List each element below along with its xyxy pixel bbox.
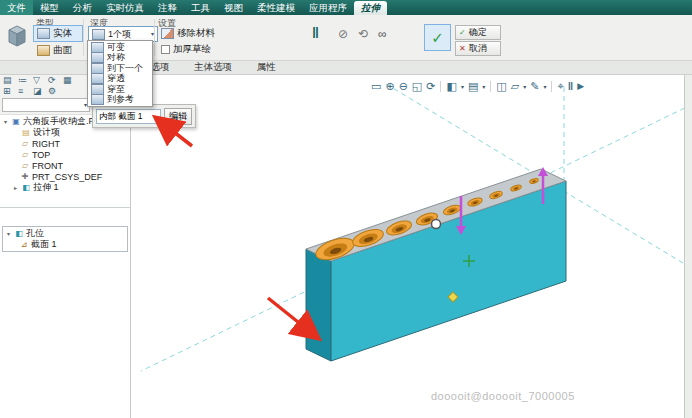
expand-arrow[interactable]: ▸: [12, 184, 19, 191]
active-feature-group: ▾ ◧ 孔位 ⊿ 截面 1: [2, 226, 128, 252]
refit-icon[interactable]: ◱: [412, 79, 422, 94]
depth-option-to-reference[interactable]: 到参考: [88, 95, 152, 106]
tree-label: 拉伸 1: [33, 181, 59, 194]
tree-row-design-items[interactable]: ▤ 设计项: [0, 127, 130, 138]
section-icon[interactable]: ◪: [33, 86, 42, 96]
tree-label: TOP: [32, 150, 50, 160]
tab-file[interactable]: 文件: [0, 0, 33, 15]
expand-all-icon[interactable]: ⊞: [3, 86, 11, 96]
scene-svg: [131, 74, 685, 418]
remove-material-icon: [161, 28, 174, 39]
sketch-icon: ⊿: [19, 240, 29, 249]
tab-properties[interactable]: 属性: [246, 60, 286, 74]
datum-display-icon[interactable]: ▱: [511, 79, 519, 94]
tree-filter-field[interactable]: ▾: [2, 98, 90, 112]
toolbar-separator: [490, 81, 491, 92]
part-icon: ▣: [11, 117, 21, 126]
tree-view-icon[interactable]: ▤: [3, 75, 12, 85]
spin-center-icon[interactable]: ⌖: [557, 79, 563, 94]
layers-icon[interactable]: ≔: [18, 75, 27, 85]
depth-symmetric-icon: [91, 52, 104, 63]
check-icon: ✓: [431, 29, 444, 47]
gear-icon[interactable]: ⚙: [48, 86, 56, 96]
expand-arrow[interactable]: ▾: [2, 118, 9, 125]
chevron-down-icon[interactable]: ▾: [523, 84, 526, 90]
list-icon[interactable]: ≡: [18, 86, 23, 96]
tree-row-extrude-1[interactable]: ▸ ◧ 拉伸 1: [0, 182, 130, 193]
cancel-button[interactable]: ✕ 取消: [455, 41, 501, 56]
surface-label: 曲面: [53, 44, 72, 57]
thicken-sketch-button[interactable]: 加厚草绘: [157, 41, 227, 58]
preview-refresh-button[interactable]: ⟲: [358, 27, 368, 41]
repaint-icon[interactable]: ⟳: [426, 79, 435, 94]
model-tree: ▾ ▣ 六角扳手收纳盒.PRT ▤ 设计项 ▱ RIGHT ▱ TOP ▱ FR…: [0, 116, 130, 418]
verify-glasses-button[interactable]: ∞: [378, 27, 387, 41]
depth-through-all-icon: [91, 73, 104, 84]
ok-button[interactable]: ✓ 确定: [455, 25, 501, 40]
chevron-down-icon[interactable]: ▾: [461, 84, 464, 90]
depth-variable-icon: [91, 42, 104, 53]
expand-arrow[interactable]: ▾: [5, 230, 12, 237]
tab-view[interactable]: 视图: [217, 0, 250, 15]
group-separator: [83, 19, 84, 56]
no-preview-button[interactable]: ⊘: [338, 27, 348, 41]
watermark-text: dooooit@dooooit_7000005: [431, 390, 575, 402]
surface-button[interactable]: 曲面: [33, 42, 83, 59]
remove-material-button[interactable]: 移除材料: [157, 25, 227, 42]
tab-body-options[interactable]: 主体选项: [184, 60, 242, 74]
placement-panel: 内部 截面 1 编辑: [92, 104, 196, 128]
cross-icon: ✕: [459, 44, 466, 53]
tab-model[interactable]: 模型: [33, 0, 66, 15]
extruded-block[interactable]: [306, 169, 566, 361]
white-drag-dot[interactable]: [432, 220, 441, 229]
columns-icon[interactable]: ▦: [63, 75, 72, 85]
tree-row-hole-feature[interactable]: ▾ ◧ 孔位: [3, 228, 127, 239]
frame-select-icon[interactable]: ▭: [371, 79, 381, 94]
depth-to-reference-icon: [91, 94, 104, 105]
right-edge-strip: [684, 74, 692, 418]
tree-row-section-1[interactable]: ⊿ 截面 1: [3, 239, 127, 250]
tab-extrude-active[interactable]: 拉伸: [354, 1, 387, 15]
solid-label: 实体: [53, 27, 72, 40]
tab-tools[interactable]: 工具: [184, 0, 217, 15]
tab-analysis[interactable]: 分析: [66, 0, 99, 15]
pause-icon[interactable]: ‖: [568, 79, 573, 94]
zoom-in-icon[interactable]: ⊕: [385, 79, 394, 94]
solid-button[interactable]: 实体: [33, 25, 83, 42]
refresh-tree-icon[interactable]: ⟳: [48, 75, 56, 85]
filter-icon[interactable]: ▽: [33, 75, 40, 85]
sketch-collector-field[interactable]: 内部 截面 1: [96, 109, 161, 124]
tab-flexible-modeling[interactable]: 柔性建模: [250, 0, 302, 15]
play-icon[interactable]: ▶: [577, 79, 584, 94]
tree-row-right-plane[interactable]: ▱ RIGHT: [0, 138, 130, 149]
depth-combo-value: 1个项: [108, 28, 148, 41]
extrude-tool-icon: [5, 22, 29, 54]
check-icon: ✓: [459, 28, 466, 37]
pause-button[interactable]: ‖: [312, 25, 319, 41]
tab-annotate[interactable]: 注释: [151, 0, 184, 15]
annotation-display-icon[interactable]: ✎: [530, 79, 539, 94]
chevron-down-icon[interactable]: ▾: [543, 84, 546, 90]
edit-sketch-button[interactable]: 编辑: [164, 108, 192, 125]
graphics-viewport[interactable]: ▭ ⊕ ⊖ ◱ ⟳ ◧ ▾ ▤ ▾ ◫ ▱ ▾ ✎ ▾ ⌖ ‖ ▶ dooooi…: [131, 74, 685, 418]
chevron-down-icon[interactable]: ▾: [482, 84, 485, 90]
tab-live-simulation[interactable]: 实时仿真: [99, 0, 151, 15]
saved-orientations-icon[interactable]: ▤: [468, 79, 478, 94]
tree-row-top-plane[interactable]: ▱ TOP: [0, 149, 130, 160]
tree-row-csys[interactable]: ✚ PRT_CSYS_DEF: [0, 171, 130, 182]
menu-bar: 文件 模型 分析 实时仿真 注释 工具 视图 柔性建模 应用程序 拉伸: [0, 0, 692, 15]
datum-plane-icon: ▱: [20, 161, 30, 170]
display-style-icon[interactable]: ◧: [446, 79, 456, 94]
tree-row-front-plane[interactable]: ▱ FRONT: [0, 160, 130, 171]
creo-window: 文件 模型 分析 实时仿真 注释 工具 视图 柔性建模 应用程序 拉伸 类型 实…: [0, 0, 692, 418]
tab-applications[interactable]: 应用程序: [302, 0, 354, 15]
zoom-out-icon[interactable]: ⊖: [399, 79, 408, 94]
tree-label: 截面 1: [31, 238, 57, 251]
tree-label: PRT_CSYS_DEF: [32, 172, 102, 182]
view-manager-icon[interactable]: ◫: [496, 79, 506, 94]
group-separator: [154, 19, 155, 56]
in-graphics-toolbar: ▭ ⊕ ⊖ ◱ ⟳ ◧ ▾ ▤ ▾ ◫ ▱ ▾ ✎ ▾ ⌖ ‖ ▶: [371, 79, 584, 94]
block-left-face[interactable]: [306, 249, 331, 361]
ok-check-button[interactable]: ✓: [424, 24, 451, 51]
thicken-sketch-checkbox[interactable]: [161, 45, 170, 54]
